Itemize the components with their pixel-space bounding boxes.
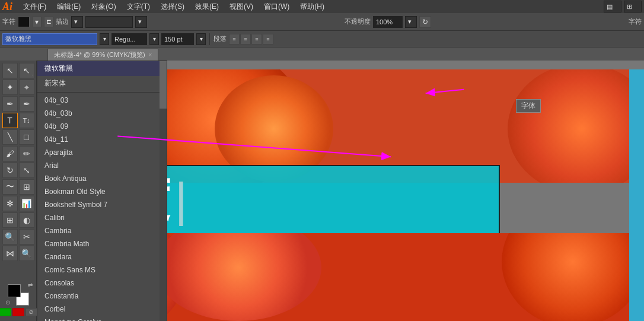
symbol-sprayer-tool[interactable]: ✻ xyxy=(2,196,18,211)
menu-object[interactable]: 对象(O) xyxy=(87,1,120,13)
color-arrow[interactable]: ▾ xyxy=(32,17,42,27)
tab-close-btn[interactable]: × xyxy=(149,52,152,58)
rotate-tool[interactable]: ↻ xyxy=(2,163,18,178)
font-dropdown-scroll-thumb[interactable] xyxy=(160,61,167,109)
gradient-tool[interactable]: ◐ xyxy=(19,212,34,228)
font-name-input[interactable] xyxy=(2,33,97,45)
line-tool[interactable]: ╲ xyxy=(2,129,18,145)
opacity-input[interactable] xyxy=(373,16,403,28)
font-item-corbel[interactable]: Corbel xyxy=(37,303,167,316)
font-item-consolas[interactable]: Consolas xyxy=(37,276,167,290)
paintbrush-tool[interactable]: 🖌 xyxy=(2,146,18,161)
shape-tool[interactable]: □ xyxy=(19,129,34,145)
scale-tool[interactable]: ⤡ xyxy=(19,163,34,178)
align-left-btn[interactable]: ≡ xyxy=(229,34,240,45)
font-dropdown-arrow[interactable]: ▾ xyxy=(100,33,109,45)
tab-title: 未标题-4* @ 99% (CMYK/预览) xyxy=(54,50,145,59)
none-mode-btn[interactable]: ∅ xyxy=(25,308,37,316)
font-item-cambria[interactable]: Cambria xyxy=(37,224,167,237)
tool-row-11: 🔍 ✂ xyxy=(2,229,34,244)
menu-help[interactable]: 帮助(H) xyxy=(295,1,329,13)
gradient-mode-btn[interactable] xyxy=(12,308,24,316)
font-item-calibri[interactable]: Calibri xyxy=(37,211,167,224)
direct-selection-tool[interactable]: ↖· xyxy=(19,63,34,78)
font-item-candara[interactable]: Candara xyxy=(37,250,167,263)
draw-mode-label: 描边 xyxy=(56,17,69,26)
style-dropdown-arrow[interactable]: ▾ xyxy=(149,33,159,45)
font-item-corsiva[interactable]: Monotype Corsiva xyxy=(37,316,167,321)
separator-1 xyxy=(209,33,210,45)
zoom-tool[interactable]: 🔍 xyxy=(19,246,34,261)
font-dropdown: 微软雅黑 新宋体 04b_03 04b_03b 04b_09 04b_11 Ap… xyxy=(37,61,167,321)
color-reset-icon[interactable]: ⊙ xyxy=(5,299,10,306)
workspace-box: ▤ xyxy=(604,1,621,12)
size-dropdown-arrow[interactable]: ▾ xyxy=(196,33,206,45)
document-tab[interactable]: 未标题-4* @ 99% (CMYK/预览) × xyxy=(47,49,158,61)
font-item-book-antiqua[interactable]: Book Antiqua xyxy=(37,172,167,185)
opacity-arrow[interactable]: ▾ xyxy=(405,16,417,28)
color-swap-icon[interactable]: ⇄ xyxy=(28,282,33,288)
font-item-04b03b[interactable]: 04b_03b xyxy=(37,107,167,120)
menu-view[interactable]: 视图(V) xyxy=(225,1,258,13)
font-item-04b09[interactable]: 04b_09 xyxy=(37,120,167,133)
graph-tool[interactable]: 📊 xyxy=(19,196,34,211)
stroke-mode[interactable]: ⊏ xyxy=(44,17,53,27)
vertical-type-tool[interactable]: T↕ xyxy=(19,113,34,128)
font-item-aparajita[interactable]: Aparajita xyxy=(37,146,167,159)
pen-tool[interactable]: ✒ xyxy=(2,96,18,112)
font-item-xinsongti[interactable]: 新宋体 xyxy=(37,76,167,91)
font-size-input[interactable] xyxy=(161,33,194,45)
font-style-input[interactable] xyxy=(111,33,147,45)
pencil-tool[interactable]: ✏ xyxy=(19,146,34,161)
menu-edit[interactable]: 编辑(E) xyxy=(52,1,85,13)
tool-row-12: ⋈ 🔍 xyxy=(2,246,34,261)
font-item-weisuyahei[interactable]: 微软雅黑 xyxy=(37,61,167,76)
color-swatch-fg[interactable] xyxy=(18,17,30,27)
free-transform-tool[interactable]: ⊞ xyxy=(19,179,34,195)
font-item-04b03[interactable]: 04b_03 xyxy=(37,94,167,107)
font-item-arial[interactable]: Arial xyxy=(37,159,167,172)
draw-mode-value[interactable] xyxy=(85,16,133,28)
font-item-comic-sans[interactable]: Comic Sans MS xyxy=(37,263,167,276)
draw-mode-btn[interactable]: ▾ xyxy=(71,16,83,28)
text-cursor: | xyxy=(175,173,187,227)
draw-mode-arrow[interactable]: ▾ xyxy=(135,16,147,28)
mesh-tool[interactable]: ⊞ xyxy=(2,212,18,228)
lasso-tool[interactable]: ⌖ xyxy=(19,80,34,95)
font-item-04b11[interactable]: 04b_11 xyxy=(37,133,167,146)
opacity-label: 不透明度 xyxy=(345,17,371,26)
font-item-cambria-math[interactable]: Cambria Math xyxy=(37,237,167,250)
type-tool[interactable]: T xyxy=(2,113,18,128)
blend-tool[interactable]: ⋈ xyxy=(2,246,18,261)
measure-tool[interactable]: ✂ xyxy=(19,229,34,244)
menu-effect[interactable]: 效果(E) xyxy=(190,1,224,13)
eyedropper-tool[interactable]: 🔍 xyxy=(2,229,18,244)
menu-window[interactable]: 窗口(W) xyxy=(259,1,294,13)
tool-row-6: 🖌 ✏ xyxy=(2,146,34,161)
fg-color-swatch[interactable] xyxy=(8,284,21,297)
align-buttons: ≡ ≡ ≡ ≡ xyxy=(229,34,273,45)
color-swatches: ⊙ ⇄ ∅ xyxy=(0,282,40,319)
selection-tool[interactable]: ↖ xyxy=(2,63,18,78)
menu-select[interactable]: 选择(S) xyxy=(156,1,189,13)
flower-petal-7 xyxy=(502,233,644,321)
char-toolbar-2: ▾ ▾ ▾ 段落 ≡ ≡ ≡ ≡ xyxy=(0,31,644,47)
menu-bar: Ai 文件(F) 编辑(E) 对象(O) 文字(T) 选择(S) 效果(E) 视… xyxy=(0,0,644,13)
menu-file[interactable]: 文件(F) xyxy=(18,1,51,13)
ziyi-button[interactable]: 字体 xyxy=(516,99,541,113)
magic-wand-tool[interactable]: ✦ xyxy=(2,80,18,95)
align-right-btn[interactable]: ≡ xyxy=(251,34,262,45)
font-item-bookshelf[interactable]: Bookshelf Symbol 7 xyxy=(37,198,167,211)
font-dropdown-scrollbar[interactable] xyxy=(160,61,167,321)
left-toolbar: ↖ ↖· ✦ ⌖ ✒ ✒ T T↕ ╲ □ 🖌 ✏ ↻ ⤡ 〜 ⊞ xyxy=(0,61,37,321)
font-item-constantia[interactable]: Constantia xyxy=(37,290,167,303)
align-center-btn[interactable]: ≡ xyxy=(240,34,251,45)
add-anchor-tool[interactable]: ✒ xyxy=(19,96,34,112)
align-justify-btn[interactable]: ≡ xyxy=(263,34,273,45)
color-mode-btn[interactable] xyxy=(0,308,11,316)
warp-tool[interactable]: 〜 xyxy=(2,179,18,195)
refresh-btn[interactable]: ↻ xyxy=(419,16,431,28)
font-item-bookman[interactable]: Bookman Old Style xyxy=(37,185,167,198)
flower-petal-4 xyxy=(508,69,644,183)
menu-text[interactable]: 文字(T) xyxy=(122,1,155,13)
